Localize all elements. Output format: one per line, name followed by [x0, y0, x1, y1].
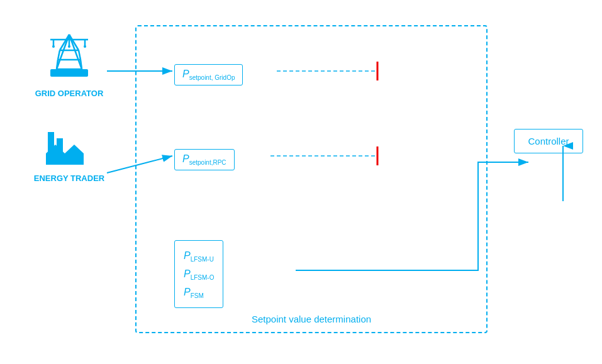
- grid-operator-label: GRID OPERATOR: [35, 89, 104, 98]
- grid-operator-icon: [44, 28, 94, 85]
- svg-point-19: [84, 45, 86, 48]
- p-lfsm-u-sub: LFSM-U: [191, 256, 214, 263]
- p-fsm-sub: FSM: [191, 292, 204, 299]
- p-rpc-box: Psetpoint,RPC: [174, 149, 235, 170]
- setpoint-label: Setpoint value determination: [252, 314, 371, 324]
- svg-line-10: [79, 50, 81, 60]
- svg-point-18: [68, 45, 70, 48]
- svg-line-9: [58, 50, 60, 60]
- grid-operator: GRID OPERATOR: [19, 28, 120, 98]
- p-lfsm-u-row: PLFSM-U: [184, 247, 214, 265]
- p-lfsm-o-row: PLFSM-O: [184, 265, 214, 284]
- svg-point-17: [52, 45, 55, 48]
- p-gridop-sub: setpoint, GridOp: [189, 74, 235, 81]
- diagram-container: Psetpoint, GridOp Psetpoint,RPC PLFSM-U …: [0, 6, 602, 358]
- setpoint-box: Psetpoint, GridOp Psetpoint,RPC PLFSM-U …: [135, 25, 488, 333]
- p-lfsm-o-sub: LFSM-O: [191, 274, 215, 281]
- p-rpc-label: P: [182, 153, 189, 164]
- p-fsm-row: PFSM: [184, 284, 214, 302]
- svg-rect-13: [50, 69, 88, 77]
- energy-trader: ENERGY TRADER: [19, 126, 120, 183]
- energy-trader-icon: [43, 126, 96, 170]
- controller-label: Controller: [528, 136, 569, 146]
- energy-trader-label: ENERGY TRADER: [34, 174, 104, 183]
- p-gridop-box: Psetpoint, GridOp: [174, 64, 243, 85]
- svg-rect-22: [46, 153, 84, 165]
- p-rpc-sub: setpoint,RPC: [189, 159, 226, 166]
- controller-box: Controller: [514, 129, 583, 153]
- p-gridop-label: P: [182, 69, 189, 79]
- p-fsm-box: PLFSM-U PLFSM-O PFSM: [174, 240, 223, 308]
